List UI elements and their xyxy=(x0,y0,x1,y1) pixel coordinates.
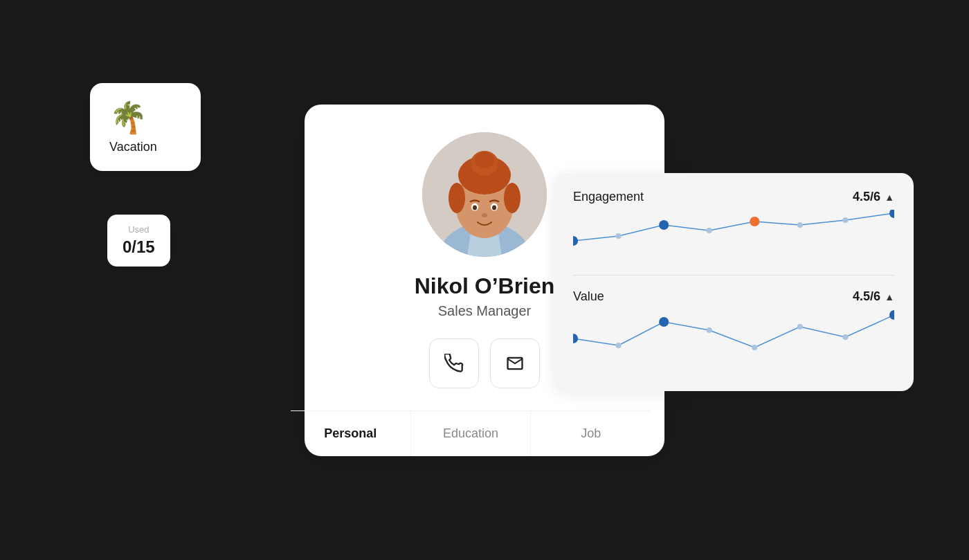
email-icon xyxy=(505,354,525,373)
svg-point-22 xyxy=(573,334,578,343)
engagement-metric-header: Engagement 4.5/6 ▲ xyxy=(573,190,894,204)
svg-point-17 xyxy=(707,228,712,233)
svg-point-26 xyxy=(752,345,757,350)
scene: 🌴 Vacation Used 0/15 xyxy=(0,0,969,560)
value-trend-icon: ▲ xyxy=(885,291,894,302)
vacation-label: Vacation xyxy=(109,140,181,154)
engagement-trend-icon: ▲ xyxy=(885,192,894,203)
svg-point-14 xyxy=(573,236,578,246)
vacation-card: 🌴 Vacation xyxy=(90,83,201,171)
svg-point-23 xyxy=(616,343,622,348)
value-chart xyxy=(573,309,894,358)
value-metric-header: Value 4.5/6 ▲ xyxy=(573,289,894,304)
profile-title: Sales Manager xyxy=(438,303,532,319)
svg-point-28 xyxy=(842,334,848,340)
svg-point-7 xyxy=(449,183,465,213)
tab-education[interactable]: Education xyxy=(411,411,532,456)
engagement-card: Engagement 4.5/6 ▲ xyxy=(554,173,914,391)
svg-point-20 xyxy=(842,217,848,223)
svg-point-21 xyxy=(889,210,894,218)
email-button[interactable] xyxy=(490,338,540,388)
svg-point-29 xyxy=(889,310,894,320)
value-label: Value xyxy=(573,289,604,304)
tab-personal[interactable]: Personal xyxy=(291,411,411,456)
contact-buttons xyxy=(429,338,540,388)
svg-point-18 xyxy=(750,217,759,226)
svg-point-16 xyxy=(659,220,669,230)
engagement-label: Engagement xyxy=(573,190,644,204)
metrics-divider xyxy=(573,275,894,276)
svg-point-13 xyxy=(482,213,487,217)
vacation-icon: 🌴 xyxy=(109,100,181,136)
engagement-chart xyxy=(573,210,894,258)
svg-point-11 xyxy=(473,205,477,210)
tabs-row: Personal Education Job xyxy=(291,410,651,456)
avatar xyxy=(422,132,547,257)
svg-point-24 xyxy=(659,317,669,327)
used-value: 0/15 xyxy=(123,237,155,257)
value-score: 4.5/6 ▲ xyxy=(853,289,894,304)
tab-job[interactable]: Job xyxy=(531,411,651,456)
svg-point-25 xyxy=(707,327,712,333)
svg-point-12 xyxy=(492,205,496,210)
phone-icon xyxy=(444,354,464,373)
phone-button[interactable] xyxy=(429,338,479,388)
svg-point-8 xyxy=(504,183,520,213)
svg-point-27 xyxy=(797,324,803,329)
profile-name: Nikol O’Brien xyxy=(415,273,555,299)
svg-point-15 xyxy=(616,233,622,239)
used-label: Used xyxy=(123,224,155,235)
used-card: Used 0/15 xyxy=(107,215,170,267)
svg-point-6 xyxy=(475,152,494,168)
engagement-score: 4.5/6 ▲ xyxy=(853,190,894,204)
svg-point-19 xyxy=(797,222,803,228)
